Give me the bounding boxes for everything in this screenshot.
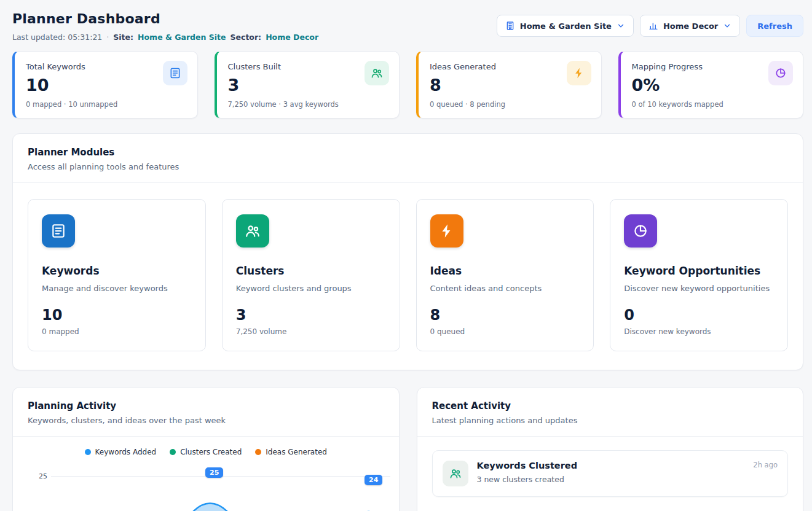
- document-icon: [163, 61, 187, 85]
- site-dropdown[interactable]: Home & Garden Site: [497, 15, 634, 37]
- module-desc: Manage and discover keywords: [42, 284, 192, 293]
- recent-activity-panel: Recent Activity Latest planning actions …: [417, 387, 804, 511]
- sector-dropdown-label: Home Decor: [663, 21, 718, 31]
- module-desc: Discover new keyword opportunities: [624, 284, 774, 293]
- pie-chart-icon: [624, 214, 657, 248]
- legend-item-clusters-created: Clusters Created: [170, 448, 242, 456]
- stat-value: 3: [228, 76, 388, 95]
- panel-title: Planning Activity: [28, 400, 384, 412]
- stat-sub: 0 of 10 keywords mapped: [632, 100, 792, 109]
- modules-section-header: Planner Modules Access all planning tool…: [13, 134, 803, 183]
- stat-card-clusters-built: Clusters Built 3 7,250 volume · 3 avg ke…: [215, 51, 400, 119]
- bar-chart-icon: [648, 21, 658, 31]
- users-icon: [443, 461, 468, 486]
- legend-item-keywords-added: Keywords Added: [85, 448, 157, 456]
- module-title: Keyword Opportunities: [624, 265, 774, 277]
- legend-label: Clusters Created: [180, 448, 242, 456]
- document-icon: [42, 214, 75, 248]
- y-axis-tick: 25: [39, 472, 47, 480]
- meta-separator: ·: [106, 33, 109, 42]
- activity-desc: 3 new clusters created: [477, 475, 578, 484]
- bottom-panels: Planning Activity Keywords, clusters, an…: [12, 387, 803, 511]
- section-subtitle: Access all planning tools and features: [28, 162, 788, 171]
- module-title: Ideas: [430, 265, 580, 277]
- legend-dot-icon: [170, 449, 176, 455]
- stat-label: Ideas Generated: [430, 62, 590, 71]
- page-title: Planner Dashboard: [12, 11, 318, 26]
- module-card-ideas[interactable]: Ideas Content ideas and concepts 8 0 que…: [416, 199, 594, 351]
- modules-grid: Keywords Manage and discover keywords 10…: [13, 183, 803, 370]
- chevron-down-icon: [723, 21, 731, 30]
- legend-dot-icon: [255, 449, 261, 455]
- module-value: 10: [42, 306, 192, 324]
- header-left: Planner Dashboard Last updated: 05:31:21…: [12, 11, 318, 42]
- stat-sub: 7,250 volume · 3 avg keywords: [228, 100, 388, 109]
- activity-list: Keywords Clustered 3 new clusters create…: [417, 437, 803, 510]
- planning-activity-chart: 25 25 24: [13, 465, 399, 511]
- site-label: Site:: [113, 33, 133, 42]
- module-value: 3: [236, 306, 386, 324]
- activity-title: Keywords Clustered: [477, 461, 578, 470]
- stat-card-ideas-generated: Ideas Generated 8 0 queued · 8 pending: [416, 51, 602, 119]
- planning-activity-panel: Planning Activity Keywords, clusters, an…: [12, 387, 400, 511]
- legend-label: Keywords Added: [95, 448, 157, 456]
- module-card-clusters[interactable]: Clusters Keyword clusters and groups 3 7…: [222, 199, 400, 351]
- planner-dashboard-page: Planner Dashboard Last updated: 05:31:21…: [0, 0, 812, 511]
- lightning-icon: [567, 61, 591, 85]
- legend-label: Ideas Generated: [266, 448, 327, 456]
- stat-label: Clusters Built: [228, 62, 388, 71]
- module-title: Keywords: [42, 265, 192, 277]
- header-controls: Home & Garden Site Home Decor Refresh: [497, 15, 803, 37]
- users-icon: [365, 61, 389, 85]
- pie-chart-icon: [768, 61, 793, 85]
- module-sub: 0 mapped: [42, 327, 192, 336]
- sector-dropdown[interactable]: Home Decor: [640, 15, 740, 37]
- module-sub: 7,250 volume: [236, 327, 386, 336]
- last-updated-text: Last updated: 05:31:21: [12, 33, 102, 42]
- module-value: 8: [430, 306, 580, 324]
- page-meta: Last updated: 05:31:21 · Site: Home & Ga…: [12, 33, 318, 42]
- refresh-button[interactable]: Refresh: [746, 15, 803, 37]
- stat-value: 0%: [632, 76, 792, 95]
- site-link[interactable]: Home & Garden Site: [138, 33, 226, 42]
- stat-card-mapping-progress: Mapping Progress 0% 0 of 10 keywords map…: [618, 51, 804, 119]
- data-point-label: 24: [365, 475, 382, 485]
- legend-item-ideas-generated: Ideas Generated: [255, 448, 327, 456]
- module-value: 0: [624, 306, 774, 324]
- planning-activity-header: Planning Activity Keywords, clusters, an…: [13, 388, 399, 437]
- stat-value: 8: [430, 76, 590, 95]
- module-desc: Content ideas and concepts: [430, 284, 580, 293]
- recent-activity-header: Recent Activity Latest planning actions …: [417, 388, 803, 437]
- lightning-icon: [430, 214, 463, 248]
- panel-subtitle: Keywords, clusters, and ideas over the p…: [28, 416, 384, 425]
- data-point-label: 25: [205, 467, 223, 478]
- sector-link[interactable]: Home Decor: [266, 33, 318, 42]
- panel-subtitle: Latest planning actions and updates: [432, 416, 789, 425]
- legend-dot-icon: [85, 449, 91, 455]
- stat-sub: 0 mapped · 10 unmapped: [26, 100, 186, 109]
- chevron-down-icon: [617, 21, 625, 30]
- module-card-keyword-opportunities[interactable]: Keyword Opportunities Discover new keywo…: [610, 199, 788, 351]
- stat-card-total-keywords: Total Keywords 10 0 mapped · 10 unmapped: [12, 51, 198, 119]
- activity-timestamp: 2h ago: [753, 461, 778, 469]
- chart-legend: Keywords Added Clusters Created Ideas Ge…: [13, 448, 399, 456]
- sector-label: Sector:: [231, 33, 262, 42]
- users-icon: [236, 214, 269, 248]
- stat-sub: 0 queued · 8 pending: [430, 100, 590, 109]
- module-title: Clusters: [236, 265, 386, 277]
- site-dropdown-label: Home & Garden Site: [520, 21, 612, 31]
- page-header: Planner Dashboard Last updated: 05:31:21…: [12, 11, 803, 42]
- activity-text: Keywords Clustered 3 new clusters create…: [477, 461, 578, 484]
- module-sub: 0 queued: [430, 327, 580, 336]
- module-sub: Discover new keywords: [624, 327, 774, 336]
- stat-cards-row: Total Keywords 10 0 mapped · 10 unmapped…: [12, 51, 803, 119]
- activity-list-item: Keywords Clustered 3 new clusters create…: [432, 450, 789, 497]
- module-card-keywords[interactable]: Keywords Manage and discover keywords 10…: [28, 199, 206, 351]
- section-title: Planner Modules: [28, 147, 788, 158]
- panel-title: Recent Activity: [432, 400, 789, 412]
- building-icon: [505, 21, 515, 31]
- stat-label: Total Keywords: [26, 62, 186, 71]
- stat-value: 10: [26, 76, 186, 95]
- stat-label: Mapping Progress: [632, 62, 792, 71]
- module-desc: Keyword clusters and groups: [236, 284, 386, 293]
